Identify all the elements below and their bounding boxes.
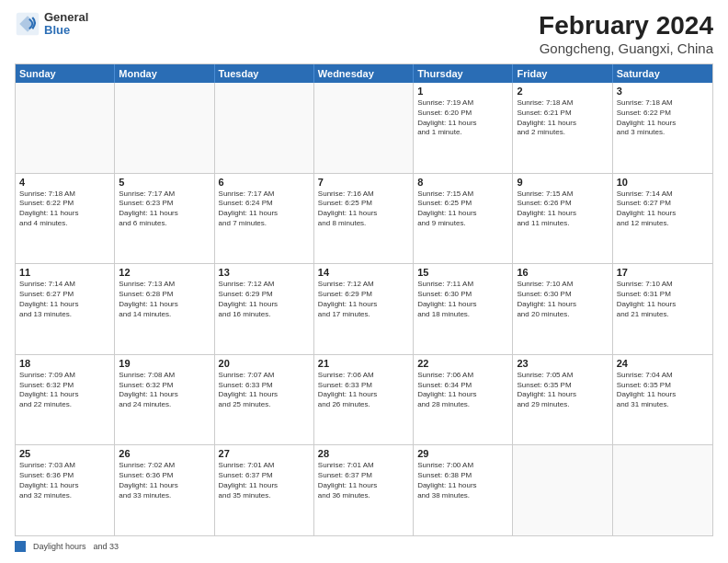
day-number: 26 — [119, 448, 210, 459]
day-number: 24 — [617, 358, 709, 369]
day-info: Sunrise: 7:12 AM Sunset: 6:29 PM Dayligh… — [318, 280, 409, 319]
cal-cell: 28Sunrise: 7:01 AM Sunset: 6:37 PM Dayli… — [314, 445, 414, 535]
cal-cell — [115, 83, 214, 173]
day-number: 19 — [119, 358, 210, 369]
cal-cell: 16Sunrise: 7:10 AM Sunset: 6:30 PM Dayli… — [513, 264, 612, 354]
cal-cell: 9Sunrise: 7:15 AM Sunset: 6:26 PM Daylig… — [513, 174, 612, 264]
legend: Daylight hours and 33 — [15, 541, 713, 552]
cal-cell — [513, 445, 612, 535]
day-info: Sunrise: 7:07 AM Sunset: 6:33 PM Dayligh… — [219, 371, 310, 410]
cal-cell: 5Sunrise: 7:17 AM Sunset: 6:23 PM Daylig… — [115, 174, 214, 264]
cal-cell: 15Sunrise: 7:11 AM Sunset: 6:30 PM Dayli… — [414, 264, 513, 354]
day-info: Sunrise: 7:14 AM Sunset: 6:27 PM Dayligh… — [617, 190, 709, 229]
day-info: Sunrise: 7:06 AM Sunset: 6:34 PM Dayligh… — [417, 371, 508, 410]
cal-week: 4Sunrise: 7:18 AM Sunset: 6:22 PM Daylig… — [16, 174, 712, 265]
cal-cell: 24Sunrise: 7:04 AM Sunset: 6:35 PM Dayli… — [613, 355, 712, 445]
cal-header-cell: Thursday — [414, 64, 513, 83]
day-number: 4 — [19, 177, 110, 188]
day-info: Sunrise: 7:15 AM Sunset: 6:26 PM Dayligh… — [517, 190, 608, 229]
day-info: Sunrise: 7:09 AM Sunset: 6:32 PM Dayligh… — [19, 371, 110, 410]
logo-icon — [15, 11, 40, 37]
cal-cell: 1Sunrise: 7:19 AM Sunset: 6:20 PM Daylig… — [414, 83, 513, 173]
legend-suffix: and 33 — [94, 542, 119, 551]
day-number: 25 — [19, 448, 110, 459]
day-info: Sunrise: 7:18 AM Sunset: 6:22 PM Dayligh… — [19, 190, 110, 229]
day-info: Sunrise: 7:02 AM Sunset: 6:36 PM Dayligh… — [119, 461, 210, 500]
cal-header-cell: Tuesday — [215, 64, 314, 83]
cal-cell: 26Sunrise: 7:02 AM Sunset: 6:36 PM Dayli… — [115, 445, 214, 535]
page-title: February 2024 — [539, 11, 713, 40]
cal-cell: 29Sunrise: 7:00 AM Sunset: 6:38 PM Dayli… — [414, 445, 513, 535]
calendar: SundayMondayTuesdayWednesdayThursdayFrid… — [15, 63, 713, 536]
legend-box — [15, 541, 26, 552]
day-number: 3 — [617, 86, 709, 97]
logo: General Blue — [15, 11, 88, 38]
day-info: Sunrise: 7:00 AM Sunset: 6:38 PM Dayligh… — [417, 461, 508, 500]
day-number: 27 — [219, 448, 310, 459]
day-number: 29 — [417, 448, 508, 459]
cal-header-cell: Sunday — [16, 64, 115, 83]
day-number: 23 — [517, 358, 608, 369]
day-info: Sunrise: 7:10 AM Sunset: 6:30 PM Dayligh… — [517, 280, 608, 319]
day-info: Sunrise: 7:01 AM Sunset: 6:37 PM Dayligh… — [318, 461, 409, 500]
cal-cell: 23Sunrise: 7:05 AM Sunset: 6:35 PM Dayli… — [513, 355, 612, 445]
day-number: 20 — [219, 358, 310, 369]
day-info: Sunrise: 7:08 AM Sunset: 6:32 PM Dayligh… — [119, 371, 210, 410]
cal-cell: 25Sunrise: 7:03 AM Sunset: 6:36 PM Dayli… — [16, 445, 115, 535]
day-info: Sunrise: 7:17 AM Sunset: 6:23 PM Dayligh… — [119, 190, 210, 229]
cal-cell: 19Sunrise: 7:08 AM Sunset: 6:32 PM Dayli… — [115, 355, 214, 445]
day-number: 14 — [318, 267, 409, 278]
cal-cell: 13Sunrise: 7:12 AM Sunset: 6:29 PM Dayli… — [215, 264, 314, 354]
cal-cell — [613, 445, 712, 535]
cal-cell — [16, 83, 115, 173]
day-info: Sunrise: 7:12 AM Sunset: 6:29 PM Dayligh… — [219, 280, 310, 319]
day-info: Sunrise: 7:18 AM Sunset: 6:21 PM Dayligh… — [517, 98, 608, 138]
day-number: 21 — [318, 358, 409, 369]
day-info: Sunrise: 7:15 AM Sunset: 6:25 PM Dayligh… — [417, 190, 508, 229]
cal-week: 18Sunrise: 7:09 AM Sunset: 6:32 PM Dayli… — [16, 355, 712, 446]
logo-line1: General — [44, 11, 88, 24]
day-info: Sunrise: 7:14 AM Sunset: 6:27 PM Dayligh… — [19, 280, 110, 319]
calendar-header: SundayMondayTuesdayWednesdayThursdayFrid… — [16, 64, 712, 83]
day-number: 17 — [617, 267, 709, 278]
day-number: 7 — [318, 177, 409, 188]
cal-cell — [215, 83, 314, 173]
cal-cell: 18Sunrise: 7:09 AM Sunset: 6:32 PM Dayli… — [16, 355, 115, 445]
cal-header-cell: Saturday — [613, 64, 712, 83]
day-info: Sunrise: 7:06 AM Sunset: 6:33 PM Dayligh… — [318, 371, 409, 410]
cal-cell: 11Sunrise: 7:14 AM Sunset: 6:27 PM Dayli… — [16, 264, 115, 354]
cal-header-cell: Wednesday — [314, 64, 414, 83]
calendar-body: 1Sunrise: 7:19 AM Sunset: 6:20 PM Daylig… — [16, 83, 712, 535]
day-number: 28 — [318, 448, 409, 459]
legend-label: Daylight hours — [33, 542, 86, 551]
day-number: 5 — [119, 177, 210, 188]
header: General Blue February 2024 Gongcheng, Gu… — [15, 11, 713, 56]
logo-text: General Blue — [44, 11, 88, 38]
day-info: Sunrise: 7:05 AM Sunset: 6:35 PM Dayligh… — [517, 371, 608, 410]
day-info: Sunrise: 7:03 AM Sunset: 6:36 PM Dayligh… — [19, 461, 110, 500]
day-number: 13 — [219, 267, 310, 278]
cal-cell: 21Sunrise: 7:06 AM Sunset: 6:33 PM Dayli… — [314, 355, 414, 445]
cal-header-cell: Monday — [115, 64, 214, 83]
cal-week: 25Sunrise: 7:03 AM Sunset: 6:36 PM Dayli… — [16, 445, 712, 535]
logo-line2: Blue — [44, 24, 88, 37]
page-subtitle: Gongcheng, Guangxi, China — [539, 40, 713, 56]
page: General Blue February 2024 Gongcheng, Gu… — [0, 0, 728, 563]
day-number: 16 — [517, 267, 608, 278]
day-info: Sunrise: 7:13 AM Sunset: 6:28 PM Dayligh… — [119, 280, 210, 319]
title-block: February 2024 Gongcheng, Guangxi, China — [539, 11, 713, 56]
day-info: Sunrise: 7:18 AM Sunset: 6:22 PM Dayligh… — [617, 98, 709, 138]
day-info: Sunrise: 7:04 AM Sunset: 6:35 PM Dayligh… — [617, 371, 709, 410]
cal-cell: 4Sunrise: 7:18 AM Sunset: 6:22 PM Daylig… — [16, 174, 115, 264]
day-number: 8 — [417, 177, 508, 188]
day-number: 15 — [417, 267, 508, 278]
day-number: 12 — [119, 267, 210, 278]
cal-cell: 7Sunrise: 7:16 AM Sunset: 6:25 PM Daylig… — [314, 174, 414, 264]
cal-cell: 12Sunrise: 7:13 AM Sunset: 6:28 PM Dayli… — [115, 264, 214, 354]
cal-header-cell: Friday — [513, 64, 612, 83]
day-info: Sunrise: 7:11 AM Sunset: 6:30 PM Dayligh… — [417, 280, 508, 319]
day-number: 22 — [417, 358, 508, 369]
day-info: Sunrise: 7:01 AM Sunset: 6:37 PM Dayligh… — [219, 461, 310, 500]
day-number: 2 — [517, 86, 608, 97]
cal-cell: 17Sunrise: 7:10 AM Sunset: 6:31 PM Dayli… — [613, 264, 712, 354]
